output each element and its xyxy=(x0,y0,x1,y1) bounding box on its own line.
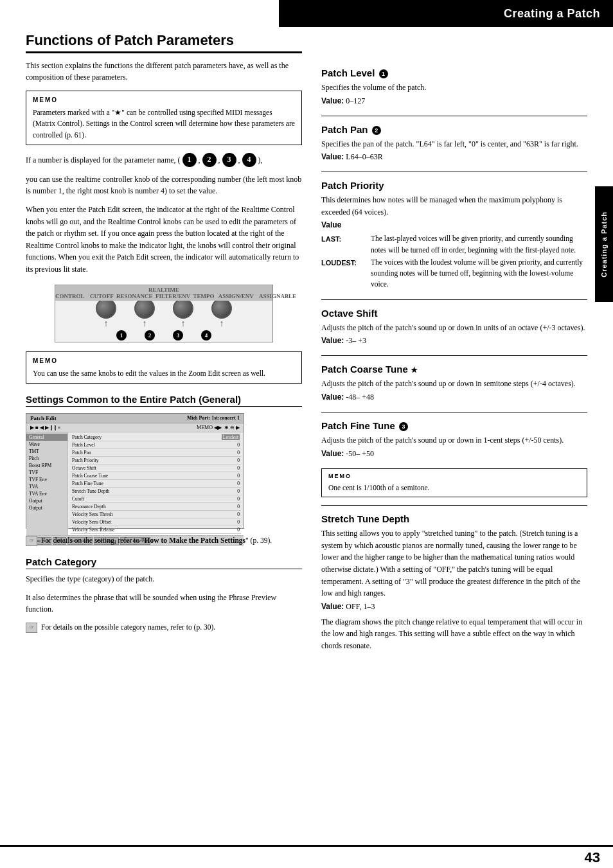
patch-priority-section: Patch Priority This determines how notes… xyxy=(321,180,587,290)
patch-pan-num: 2 xyxy=(372,126,381,135)
patch-coarse-desc: Adjusts the pitch of the patch's sound u… xyxy=(321,378,587,390)
page-number-bar: 43 xyxy=(0,845,613,868)
divider-2 xyxy=(321,172,587,172)
pe-sidebar-tmt[interactable]: TMT xyxy=(26,448,67,455)
pe-row-pan: Patch Pan 0 xyxy=(71,449,241,457)
knobs-row xyxy=(96,298,232,319)
patch-priority-desc: This determines how notes will be manage… xyxy=(321,194,587,218)
patch-level-num: 1 xyxy=(379,69,388,78)
pe-row-velo-release: Velocity Sens Release 0 xyxy=(71,526,241,534)
label-circle-4: 4 xyxy=(201,330,211,341)
right-column: Patch Level 1 Specifies the volume of th… xyxy=(321,32,587,836)
memo-cents-label: MEMO xyxy=(328,472,580,481)
knob-4[interactable] xyxy=(211,298,232,319)
pe-sidebar-boost[interactable]: Boost BPM xyxy=(26,462,67,469)
patch-pan-section: Patch Pan 2 Specifies the pan of the pat… xyxy=(321,124,587,163)
patch-edit-screenshot: Patch Edit Midi Part: 1st:concert 1 ▶ ■ … xyxy=(26,413,244,529)
ref-box-2: ☞ For details on the possible category n… xyxy=(26,622,302,633)
formula-note: you can use the realtime controller knob… xyxy=(26,173,302,197)
formula-text: If a number is displayed for the paramet… xyxy=(26,153,302,167)
arrow-row: ↑ ↑ ↑ ↑ xyxy=(96,319,232,329)
memo-box-2: MEMO You can use the same knobs to edit … xyxy=(26,351,302,384)
pe-sidebar-pitch[interactable]: Pitch xyxy=(26,455,67,462)
loudest-desc: The voices with the loudest volume will … xyxy=(371,257,587,290)
memo-box-1: MEMO Parameters marked with a "★" can be… xyxy=(26,91,302,145)
ref-text-1: For details on the setting, refer to "Ho… xyxy=(41,535,272,546)
pe-sidebar-tva[interactable]: TVA xyxy=(26,483,67,490)
num-circle-2: 2 xyxy=(202,153,217,167)
label-circle-2: 2 xyxy=(145,330,155,341)
patch-pan-title: Patch Pan 2 xyxy=(321,124,587,135)
patch-level-desc: Specifies the volume of the patch. xyxy=(321,82,587,94)
patch-priority-value-label: Value xyxy=(321,219,587,231)
patch-category-note: It also determines the phrase that will … xyxy=(26,592,302,616)
memo-text-1: Parameters marked with a "★" can be cont… xyxy=(33,109,295,139)
patch-level-section: Patch Level 1 Specifies the volume of th… xyxy=(321,67,587,107)
pe-row-category: Patch Category Loudest xyxy=(71,434,241,441)
num-circle-1: 1 xyxy=(182,153,197,167)
divider-3 xyxy=(321,299,587,300)
patch-category-title: Patch Category xyxy=(26,556,302,569)
pe-body: General Wave TMT Pitch Boost BPM TVF TVF… xyxy=(26,432,244,535)
controller-image: REALTIME CONTROL CUTOFF RESONANCE FILTER… xyxy=(55,285,273,342)
octave-shift-title: Octave Shift xyxy=(321,308,587,319)
pe-sidebar-general[interactable]: General xyxy=(26,434,67,441)
arrow-4: ↑ xyxy=(211,319,232,329)
patch-fine-num: 3 xyxy=(399,422,408,431)
pe-row-coarse: Patch Coarse Tune 0 xyxy=(71,472,241,480)
patch-coarse-value: Value: -48– +48 xyxy=(321,391,587,403)
stretch-tune-note: The diagram shows the pitch change relat… xyxy=(321,616,587,652)
pe-sidebar-tvaenv[interactable]: TVA Env xyxy=(26,490,67,497)
patch-pan-value: Value: L64–0–63R xyxy=(321,151,587,163)
patch-priority-defs: LAST: The last-played voices will be giv… xyxy=(321,233,587,290)
pe-row-velo-offset: Velocity Sens Offset 0 xyxy=(71,518,241,526)
patch-level-value: Value: 0–127 xyxy=(321,95,587,107)
page-number: 43 xyxy=(585,849,600,866)
knob-3[interactable] xyxy=(173,298,193,319)
octave-shift-value: Value: -3– +3 xyxy=(321,335,587,346)
knob-2[interactable] xyxy=(134,298,155,319)
loudest-term: LOUDEST: xyxy=(321,257,369,269)
num-circle-4: 4 xyxy=(242,153,256,167)
knob-1[interactable] xyxy=(96,298,116,319)
pe-row-octave: Octave Shift 0 xyxy=(71,465,241,472)
pe-sidebar-output[interactable]: Output xyxy=(26,497,67,504)
patch-coarse-section: Patch Coarse Tune ★ Adjusts the pitch of… xyxy=(321,364,587,403)
stretch-tune-value: Value: OFF, 1–3 xyxy=(321,601,587,612)
pe-sidebar-wave[interactable]: Wave xyxy=(26,441,67,448)
divider-4 xyxy=(321,355,587,356)
label-circle-3: 3 xyxy=(173,330,183,341)
section-title: Functions of Patch Parameters xyxy=(26,32,302,53)
label-circle-1: 1 xyxy=(116,330,127,341)
pe-sidebar: General Wave TMT Pitch Boost BPM TVF TVF… xyxy=(26,432,68,535)
pe-title: Patch Edit xyxy=(30,415,57,421)
pe-header: Patch Edit Midi Part: 1st:concert 1 xyxy=(26,414,244,423)
ref-text-2: For details on the possible category nam… xyxy=(41,622,215,633)
main-content: Functions of Patch Parameters This secti… xyxy=(0,0,613,868)
pe-row-priority: Patch Priority 0 xyxy=(71,457,241,465)
ref-box-1: ☞ For details on the setting, refer to "… xyxy=(26,535,302,546)
pe-sidebar-tvf[interactable]: TVF xyxy=(26,469,67,476)
stretch-tune-desc: This setting allows you to apply "stretc… xyxy=(321,527,587,599)
controller-header: REALTIME CONTROL CUTOFF RESONANCE FILTER… xyxy=(55,285,272,301)
memo-cents-text: One cent is 1/100th of a semitone. xyxy=(328,484,429,492)
ref-icon-1: ☞ xyxy=(26,536,37,546)
num-circle-3: 3 xyxy=(222,153,236,167)
pe-main: Patch Category Loudest Patch Level 0 Pat… xyxy=(68,432,244,535)
last-term: LAST: xyxy=(321,233,369,245)
patch-pan-desc: Specifies the pan of the patch. "L64" is… xyxy=(321,138,587,150)
patch-level-title: Patch Level 1 xyxy=(321,67,587,78)
numbered-circles: 1 2 3 4 xyxy=(116,330,211,341)
pe-row-velo-thresh: Velocity Sens Thresh 0 xyxy=(71,511,241,518)
patch-fine-section: Patch Fine Tune 3 Adjusts the pitch of t… xyxy=(321,420,587,459)
arrow-3: ↑ xyxy=(173,319,193,329)
arrow-2: ↑ xyxy=(134,319,155,329)
pe-sidebar-tvfenv[interactable]: TVF Env xyxy=(26,476,67,483)
divider-6 xyxy=(321,505,587,506)
pe-row-fine: Patch Fine Tune 0 xyxy=(71,480,241,488)
pe-sidebar-output2[interactable]: Output xyxy=(26,504,67,511)
intro-text: This section explains the functions the … xyxy=(26,60,302,83)
patch-fine-title: Patch Fine Tune 3 xyxy=(321,420,587,431)
memo-cents-box: MEMO One cent is 1/100th of a semitone. xyxy=(321,468,587,498)
ref-icon-2: ☞ xyxy=(26,623,37,633)
